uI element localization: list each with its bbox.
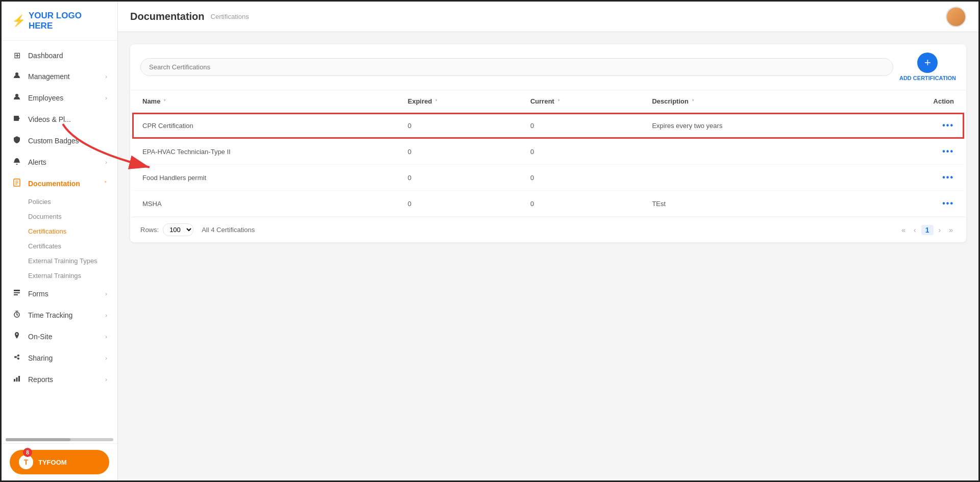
- sidebar-item-label: Videos & Pl...: [28, 115, 71, 123]
- svg-rect-20: [18, 376, 20, 382]
- cert-count: All 4 Certifications: [202, 226, 255, 234]
- svg-point-14: [17, 354, 19, 357]
- dashboard-icon: ⊞: [12, 50, 22, 60]
- cell-current: 0: [520, 165, 642, 191]
- sort-icon: ˅: [692, 99, 694, 105]
- cell-action: •••: [864, 191, 964, 217]
- sidebar-item-label: Alerts: [28, 158, 46, 166]
- sidebar-subitem-policies[interactable]: Policies: [28, 194, 117, 209]
- main-content: Documentation Certifications + ADD CERTI…: [118, 2, 978, 480]
- cell-description: [642, 165, 864, 191]
- cell-current: 0: [520, 139, 642, 165]
- table-body: CPR Certification 0 0 Expires every two …: [132, 113, 964, 217]
- svg-rect-4: [16, 164, 18, 165]
- chevron-right-icon: ›: [105, 355, 107, 361]
- col-name[interactable]: Name ˅: [132, 90, 398, 113]
- tyfoom-button[interactable]: 8 T TYFOOM: [10, 450, 109, 474]
- sidebar-item-forms[interactable]: Forms ›: [2, 283, 117, 305]
- sort-icon: ˅: [163, 99, 166, 105]
- next-page-button[interactable]: ›: [936, 225, 944, 235]
- sidebar-item-on-site[interactable]: On-Site ›: [2, 326, 117, 347]
- sidebar-item-custom-badges[interactable]: Custom Badges: [2, 130, 117, 151]
- col-description[interactable]: Description ˅: [642, 90, 864, 113]
- chevron-right-icon: ›: [105, 291, 107, 297]
- cell-expired: 0: [398, 113, 520, 139]
- chevron-right-icon: ›: [105, 334, 107, 340]
- sidebar-item-employees[interactable]: Employees ›: [2, 87, 117, 109]
- svg-rect-19: [16, 377, 18, 382]
- sidebar-item-documentation[interactable]: Documentation ˅: [2, 173, 117, 194]
- sidebar-subitem-certificates[interactable]: Certificates: [28, 239, 117, 253]
- sidebar-bottom: 8 T TYFOOM: [2, 443, 117, 480]
- sidebar-scrollbar[interactable]: [6, 438, 113, 441]
- svg-rect-11: [14, 294, 18, 295]
- logo-text: YOUR LOGO HERE: [29, 11, 107, 31]
- search-wrap: [140, 58, 893, 76]
- on-site-icon: [12, 332, 22, 342]
- documentation-icon: [12, 179, 22, 189]
- sidebar-subitem-external-trainings[interactable]: External Trainings: [28, 268, 117, 283]
- search-input[interactable]: [140, 58, 893, 76]
- cell-current: 0: [520, 191, 642, 217]
- table-row: EPA-HVAC Technician-Type II 0 0 •••: [132, 139, 964, 165]
- content-area: + ADD CERTIFICATION Name ˅: [118, 32, 978, 480]
- certifications-table: Name ˅ Expired ˅ Current ˅: [132, 90, 964, 217]
- svg-point-13: [14, 356, 16, 358]
- logo: ⚡ YOUR LOGO HERE: [12, 11, 107, 31]
- col-expired[interactable]: Expired ˅: [398, 90, 520, 113]
- sidebar-item-label: Documentation: [28, 180, 80, 188]
- rows-select[interactable]: 100 50 25: [163, 223, 193, 236]
- cell-name: Food Handlers permit: [132, 165, 398, 191]
- sidebar-item-label: Forms: [28, 290, 48, 298]
- add-cert-label: ADD CERTIFICATION: [899, 75, 956, 82]
- certifications-card: + ADD CERTIFICATION Name ˅: [130, 44, 966, 242]
- cell-description: TEst: [642, 191, 864, 217]
- sidebar-item-label: Sharing: [28, 354, 53, 362]
- sidebar-item-reports[interactable]: Reports ›: [2, 369, 117, 390]
- row-action-button[interactable]: •••: [942, 147, 954, 156]
- sidebar-item-dashboard[interactable]: ⊞ Dashboard: [2, 45, 117, 66]
- sidebar-item-label: Time Tracking: [28, 311, 72, 319]
- row-action-button[interactable]: •••: [942, 199, 954, 208]
- tyfoom-badge: 8: [23, 448, 32, 457]
- table-row: MSHA 0 0 TEst •••: [132, 191, 964, 217]
- add-cert-wrap: + ADD CERTIFICATION: [899, 53, 956, 82]
- sharing-icon: [12, 353, 22, 363]
- sidebar-item-sharing[interactable]: Sharing ›: [2, 347, 117, 369]
- sidebar-item-label: Management: [28, 72, 70, 81]
- current-page-button[interactable]: 1: [921, 225, 934, 235]
- cell-expired: 0: [398, 165, 520, 191]
- tyfoom-label: TYFOOM: [38, 459, 67, 466]
- sidebar-subitem-external-training-types[interactable]: External Training Types: [28, 253, 117, 268]
- prev-page-button[interactable]: ‹: [911, 225, 919, 235]
- first-page-button[interactable]: «: [898, 225, 909, 235]
- add-certification-button[interactable]: +: [917, 53, 938, 73]
- chevron-right-icon: ›: [105, 95, 107, 101]
- avatar[interactable]: [946, 7, 966, 27]
- col-current[interactable]: Current ˅: [520, 90, 642, 113]
- sidebar-item-label: Employees: [28, 94, 63, 102]
- sidebar-item-label: Custom Badges: [28, 137, 79, 145]
- pagination: « ‹ 1 › »: [898, 225, 956, 235]
- cell-name: EPA-HVAC Technician-Type II: [132, 139, 398, 165]
- chevron-right-icon: ›: [105, 376, 107, 383]
- table-header: Name ˅ Expired ˅ Current ˅: [132, 90, 964, 113]
- sidebar-subitem-documents[interactable]: Documents: [28, 209, 117, 224]
- svg-marker-3: [18, 117, 20, 120]
- sidebar-item-videos[interactable]: Videos & Pl...: [2, 109, 117, 130]
- forms-icon: [12, 289, 22, 299]
- last-page-button[interactable]: »: [946, 225, 956, 235]
- row-action-button[interactable]: •••: [942, 121, 954, 130]
- row-action-button[interactable]: •••: [942, 173, 954, 182]
- cell-description: Expires every two years: [642, 113, 864, 139]
- search-bar: + ADD CERTIFICATION: [130, 44, 966, 90]
- page-title: Documentation: [130, 11, 205, 22]
- documentation-subnav: Policies Documents Certifications Certif…: [2, 194, 117, 283]
- sidebar-subitem-certifications[interactable]: Certifications: [28, 224, 117, 239]
- cell-action: •••: [864, 113, 964, 139]
- sidebar: ⚡ YOUR LOGO HERE ⊞ Dashboard Management …: [2, 2, 118, 480]
- sidebar-item-management[interactable]: Management ›: [2, 66, 117, 87]
- sidebar-item-alerts[interactable]: Alerts ›: [2, 151, 117, 173]
- sidebar-item-time-tracking[interactable]: Time Tracking ›: [2, 305, 117, 326]
- rows-label: Rows:: [140, 226, 159, 234]
